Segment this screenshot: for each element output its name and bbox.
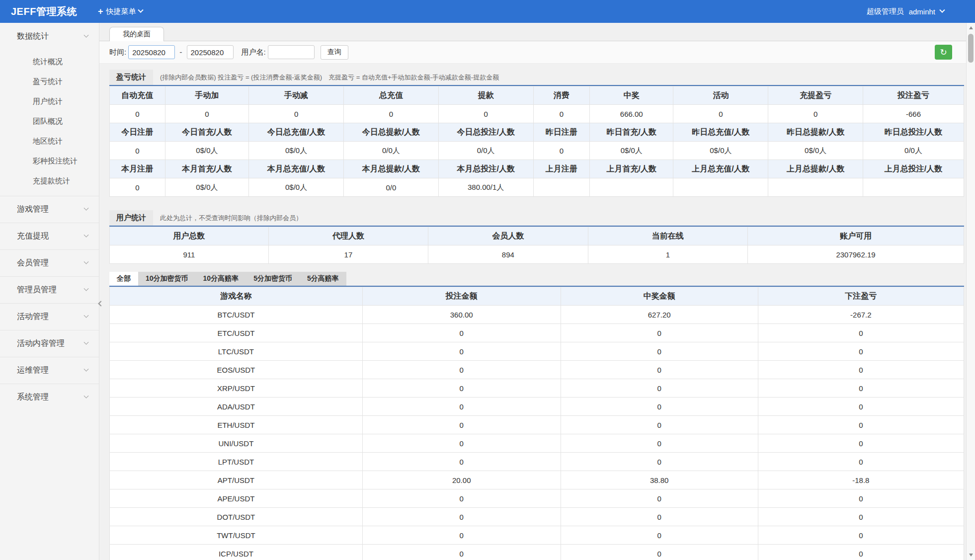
username-input[interactable] bbox=[268, 45, 315, 59]
main-area: 我的桌面 时间: - 用户名: 查询 盈亏统计 (排除内部会员数据) 投注盈亏 … bbox=[99, 23, 966, 560]
profit-value-cell: 0$/0人 bbox=[249, 178, 344, 197]
profit-value-cell: -666 bbox=[863, 105, 964, 123]
sidebar-subitem[interactable]: 地区统计 bbox=[0, 131, 99, 151]
user-role: 超级管理员 bbox=[867, 7, 904, 16]
sidebar-group[interactable]: 活动管理 bbox=[0, 303, 99, 330]
game-row: EOS/USDT000 bbox=[110, 361, 964, 379]
sidebar-group[interactable]: 系统管理 bbox=[0, 384, 99, 410]
sidebar-group[interactable]: 游戏管理 bbox=[0, 196, 99, 223]
profit-value-cell bbox=[533, 178, 589, 197]
sidebar-group-label: 管理员管理 bbox=[17, 285, 84, 295]
sidebar-group[interactable]: 充值提现 bbox=[0, 223, 99, 249]
scroll-up-arrow[interactable] bbox=[967, 24, 975, 32]
game-cell: 0 bbox=[758, 361, 964, 379]
sidebar-subitem[interactable]: 团队概况 bbox=[0, 111, 99, 131]
sidebar-group-label: 充值提现 bbox=[17, 231, 84, 241]
filter-bar: 时间: - 用户名: 查询 bbox=[99, 41, 966, 64]
sidebar-collapse-handle[interactable] bbox=[97, 295, 104, 312]
refresh-button[interactable] bbox=[935, 45, 952, 60]
game-tab[interactable]: 5分高赔率 bbox=[300, 272, 346, 286]
sidebar-subitem[interactable]: 充提款统计 bbox=[0, 171, 99, 191]
game-cell: ADA/USDT bbox=[110, 398, 363, 416]
profit-value-cell: 666.00 bbox=[590, 105, 673, 123]
profit-value-cell: 0 bbox=[768, 105, 863, 123]
user-menu[interactable]: 超级管理员 adminht bbox=[867, 7, 944, 16]
chevron-left-icon bbox=[98, 301, 103, 306]
game-tabs-bar: 全部10分加密货币10分高赔率5分加密货币5分高赔率 bbox=[109, 272, 964, 287]
game-row: BTC/USDT360.00627.20-267.2 bbox=[110, 306, 964, 324]
sidebar-group[interactable]: 活动内容管理 bbox=[0, 330, 99, 357]
quick-menu-button[interactable]: 快捷菜单 bbox=[98, 7, 143, 16]
tab-bar: 我的桌面 bbox=[99, 23, 966, 41]
user-value-cell: 894 bbox=[428, 245, 588, 264]
profit-header-cell: 本月总提款/人数 bbox=[343, 160, 438, 178]
game-cell: 0 bbox=[561, 379, 758, 398]
game-header-cell: 投注金额 bbox=[362, 287, 561, 306]
sidebar-subitem[interactable]: 用户统计 bbox=[0, 91, 99, 111]
profit-header-cell: 充提盈亏 bbox=[768, 86, 863, 105]
game-cell: 0 bbox=[362, 361, 561, 379]
sidebar-subitem[interactable]: 彩种投注统计 bbox=[0, 151, 99, 171]
time-to-input[interactable] bbox=[187, 45, 234, 59]
game-tab[interactable]: 10分高赔率 bbox=[196, 272, 246, 286]
sidebar-group-label: 运维管理 bbox=[17, 365, 84, 376]
game-tab[interactable]: 5分加密货币 bbox=[246, 272, 300, 286]
sidebar-group[interactable]: 会员管理 bbox=[0, 249, 99, 276]
user-value-cell: 911 bbox=[110, 245, 269, 264]
chevron-down-icon bbox=[84, 206, 89, 211]
game-header-cell: 中奖金额 bbox=[561, 287, 758, 306]
tab-my-desktop[interactable]: 我的桌面 bbox=[109, 27, 164, 41]
refresh-icon bbox=[940, 48, 947, 57]
profit-header-cell: 本月首充/人数 bbox=[165, 160, 248, 178]
profit-header-cell: 本月注册 bbox=[110, 160, 165, 178]
profit-value-cell: 0$/0人 bbox=[165, 142, 248, 160]
game-cell: 0 bbox=[758, 342, 964, 361]
query-button[interactable]: 查询 bbox=[321, 45, 348, 60]
scrollbar-thumb[interactable] bbox=[968, 34, 974, 63]
game-cell: 0 bbox=[362, 489, 561, 508]
game-cell: 0 bbox=[758, 489, 964, 508]
game-header-cell: 游戏名称 bbox=[110, 287, 363, 306]
sidebar-group[interactable]: 数据统计 bbox=[0, 23, 99, 50]
game-cell: 360.00 bbox=[362, 306, 561, 324]
game-cell: -18.8 bbox=[758, 471, 964, 489]
time-from-input[interactable] bbox=[128, 45, 175, 59]
profit-header-cell: 手动加 bbox=[165, 86, 248, 105]
game-cell: 0 bbox=[362, 545, 561, 560]
profit-header-cell: 昨日总投注/人数 bbox=[863, 123, 964, 142]
game-cell: APE/USDT bbox=[110, 489, 363, 508]
game-cell: TWT/USDT bbox=[110, 526, 363, 545]
game-row: DOT/USDT000 bbox=[110, 508, 964, 526]
game-tab[interactable]: 10分加密货币 bbox=[138, 272, 196, 286]
sidebar-subitem[interactable]: 盈亏统计 bbox=[0, 72, 99, 91]
username-label: 用户名: bbox=[242, 48, 266, 57]
game-cell: BTC/USDT bbox=[110, 306, 363, 324]
sidebar-subitem[interactable]: 统计概况 bbox=[0, 52, 99, 72]
profit-header-cell: 今日总投注/人数 bbox=[438, 123, 533, 142]
game-cell: 0 bbox=[561, 508, 758, 526]
game-cell: 0 bbox=[362, 453, 561, 471]
scroll-down-arrow[interactable] bbox=[967, 551, 975, 559]
profit-value-row: 00$/0人0$/0人0/0人0/0人00$/0人0$/0人0$/0人0/0人 bbox=[110, 142, 964, 160]
sidebar-group[interactable]: 运维管理 bbox=[0, 357, 99, 384]
profit-table: 自动充值手动加手动减总充值提款消费中奖活动充提盈亏投注盈亏000000666.0… bbox=[109, 86, 964, 197]
profit-header-cell: 中奖 bbox=[590, 86, 673, 105]
profit-section-title: 盈亏统计 bbox=[109, 70, 153, 85]
game-tab[interactable]: 全部 bbox=[109, 272, 138, 286]
profit-header-cell: 昨日总提款/人数 bbox=[768, 123, 863, 142]
game-header-row: 游戏名称投注金额中奖金额下注盈亏 bbox=[110, 287, 964, 306]
profit-header-cell: 今日首充/人数 bbox=[165, 123, 248, 142]
profit-value-row: 000000666.0000-666 bbox=[110, 105, 964, 123]
game-cell: APT/USDT bbox=[110, 471, 363, 489]
game-cell: EOS/USDT bbox=[110, 361, 363, 379]
sidebar-group[interactable]: 管理员管理 bbox=[0, 276, 99, 303]
game-header-cell: 下注盈亏 bbox=[758, 287, 964, 306]
profit-value-cell: 0 bbox=[673, 105, 768, 123]
profit-header-row: 本月注册本月首充/人数本月总充值/人数本月总提款/人数本月总投注/人数上月注册上… bbox=[110, 160, 964, 178]
game-cell: 0 bbox=[758, 526, 964, 545]
profit-header-row: 今日注册今日首充/人数今日总充值/人数今日总提款/人数今日总投注/人数昨日注册昨… bbox=[110, 123, 964, 142]
game-row: LPT/USDT000 bbox=[110, 453, 964, 471]
profit-value-cell: 0 bbox=[110, 178, 165, 197]
game-row: ETH/USDT000 bbox=[110, 416, 964, 434]
scrollbar[interactable] bbox=[966, 23, 975, 560]
